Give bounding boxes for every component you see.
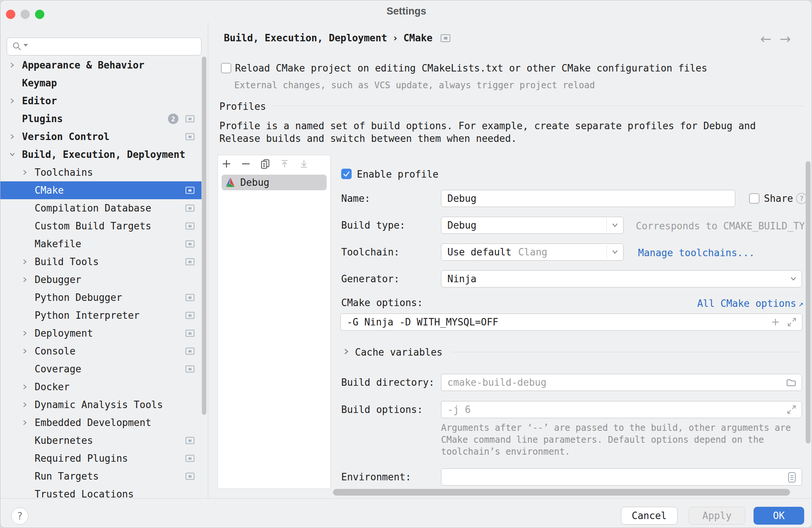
cmake-options-label: CMake options: [341, 298, 423, 308]
sidebar-item-trusted-locations[interactable]: Trusted Locations [0, 485, 202, 498]
build-type-label: Build type: [341, 220, 405, 230]
sidebar-tree: Appearance & Behavior Keymap Editor Plug… [0, 56, 208, 498]
all-cmake-options-link[interactable]: All CMake options [697, 298, 796, 309]
sidebar-item-label: Console [35, 346, 76, 357]
sidebar-item-appearance-behavior[interactable]: Appearance & Behavior [0, 56, 202, 74]
sidebar-item-editor[interactable]: Editor [0, 92, 202, 110]
chevron-right-icon [22, 420, 28, 426]
settings-indicator-icon [185, 133, 194, 140]
add-profile-button[interactable] [221, 158, 232, 169]
sidebar-item-label: Trusted Locations [35, 489, 134, 498]
add-option-icon[interactable] [771, 317, 780, 327]
sidebar-item-coverage[interactable]: Coverage [0, 360, 202, 378]
expand-field-icon[interactable] [787, 317, 797, 327]
sidebar-item-build-execution-deployment[interactable]: Build, Execution, Deployment [0, 146, 202, 163]
settings-indicator-icon [185, 330, 194, 337]
cmake-logo-icon [225, 177, 236, 188]
search-input[interactable] [33, 38, 199, 56]
cmake-options-field-box [340, 314, 802, 331]
sidebar-item-toolchains[interactable]: Toolchains [0, 163, 202, 181]
back-arrow-button[interactable]: ← [757, 31, 774, 47]
share-checkbox[interactable] [749, 193, 759, 204]
toolchain-select[interactable]: Use default Clang [441, 244, 624, 261]
environment-list-icon[interactable] [787, 472, 796, 483]
apply-button[interactable]: Apply [689, 507, 745, 525]
chevron-right-icon [22, 384, 28, 390]
build-directory-input[interactable] [441, 374, 802, 391]
sidebar-item-version-control[interactable]: Version Control [0, 128, 202, 146]
titlebar: Settings [0, 0, 812, 22]
sidebar-item-console[interactable]: Console [0, 342, 202, 360]
build-options-input[interactable] [441, 401, 802, 418]
sidebar-item-debugger[interactable]: Debugger [0, 271, 202, 289]
breadcrumb-parent[interactable]: Build, Execution, Deployment [224, 32, 387, 44]
enable-profile-checkbox[interactable] [341, 169, 352, 179]
cache-variables-rule [451, 352, 802, 352]
sidebar-scrollbar-thumb[interactable] [202, 57, 206, 415]
name-field-box [441, 190, 735, 207]
settings-indicator-icon [185, 294, 194, 301]
sidebar-item-required-plugins[interactable]: Required Plugins [0, 449, 202, 467]
sidebar-item-plugins[interactable]: Plugins 2 [0, 110, 202, 128]
sidebar-item-embedded-development[interactable]: Embedded Development [0, 414, 202, 432]
chevron-right-icon [9, 134, 15, 140]
settings-indicator-icon [441, 34, 450, 42]
select-separator [606, 245, 607, 259]
build-type-select[interactable]: Debug [441, 217, 624, 234]
sidebar-item-label: Build Tools [35, 256, 99, 267]
sidebar-item-makefile[interactable]: Makefile [0, 235, 202, 253]
expand-field-icon[interactable] [787, 405, 796, 414]
enable-profile-label: Enable profile [357, 169, 438, 179]
sidebar-item-docker[interactable]: Docker [0, 378, 202, 396]
sidebar-item-cmake[interactable]: CMake [0, 181, 202, 199]
forward-arrow-button[interactable]: → [777, 31, 794, 47]
cache-variables-chevron-icon[interactable] [343, 348, 350, 355]
cancel-button[interactable]: Cancel [621, 507, 678, 525]
chevron-right-icon [9, 62, 15, 68]
sidebar-item-label: Build, Execution, Deployment [22, 149, 185, 160]
sidebar-item-label: Python Debugger [35, 292, 122, 303]
sidebar-item-dynamic-analysis-tools[interactable]: Dynamic Analysis Tools [0, 396, 202, 414]
sidebar-item-label: Required Plugins [35, 453, 128, 464]
copy-profile-button[interactable] [260, 158, 271, 169]
manage-toolchains-link[interactable]: Manage toolchains... [638, 247, 755, 258]
remove-profile-button[interactable] [240, 158, 251, 169]
folder-icon[interactable] [786, 378, 796, 387]
cmake-options-input[interactable] [341, 314, 802, 330]
move-down-button[interactable] [298, 158, 310, 169]
sidebar-item-custom-build-targets[interactable]: Custom Build Targets [0, 217, 202, 235]
sidebar-item-label: Custom Build Targets [35, 220, 151, 232]
help-button[interactable]: ? [11, 508, 28, 525]
move-up-button[interactable] [279, 158, 290, 169]
ok-button[interactable]: OK [754, 507, 804, 525]
sidebar-item-deployment[interactable]: Deployment [0, 324, 202, 342]
vertical-scrollbar-thumb[interactable] [806, 161, 811, 443]
sidebar-item-keymap[interactable]: Keymap [0, 74, 202, 92]
build-type-value: Debug [447, 220, 476, 231]
chevron-right-icon [9, 98, 15, 104]
sidebar-item-python-debugger[interactable]: Python Debugger [0, 289, 202, 306]
toolchain-value: Use default [447, 246, 511, 258]
environment-input[interactable] [441, 469, 802, 485]
toolchain-label: Toolchain: [341, 247, 400, 257]
sidebar-item-python-interpreter[interactable]: Python Interpreter [0, 306, 202, 324]
sidebar-item-run-targets[interactable]: Run Targets [0, 467, 202, 485]
profile-list-item[interactable]: Debug [222, 175, 327, 190]
settings-indicator-icon [185, 455, 194, 462]
sidebar-item-label: Run Targets [35, 471, 99, 482]
sidebar-item-label: Docker [35, 381, 70, 392]
cache-variables-label[interactable]: Cache variables [355, 347, 443, 357]
name-input[interactable] [441, 190, 735, 207]
external-link-arrow-icon: ↗ [799, 299, 803, 308]
sidebar-item-build-tools[interactable]: Build Tools [0, 253, 202, 271]
sidebar-item-compilation-database[interactable]: Compilation Database [0, 199, 202, 217]
reload-cmake-checkbox[interactable] [221, 63, 231, 73]
generator-select[interactable]: Ninja [441, 270, 802, 287]
build-type-note: Corresponds to CMAKE_BUILD_TYPE [636, 220, 804, 232]
sidebar-item-label: Embedded Development [35, 417, 151, 428]
search-options-caret-icon [23, 44, 28, 47]
share-label: Share [764, 194, 793, 203]
sidebar-item-label: Version Control [22, 131, 110, 142]
horizontal-scrollbar-thumb[interactable] [333, 489, 790, 496]
sidebar-item-kubernetes[interactable]: Kubernetes [0, 432, 202, 449]
